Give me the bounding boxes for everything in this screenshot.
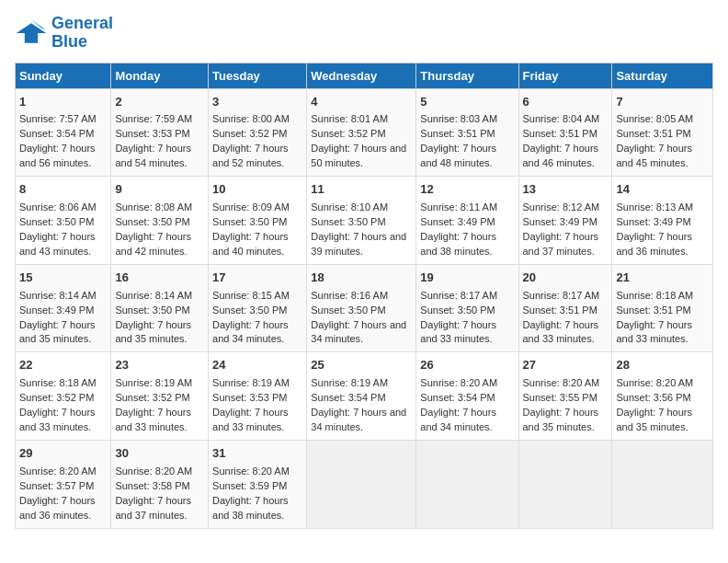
calendar-cell: 20Sunrise: 8:17 AMSunset: 3:51 PMDayligh… — [518, 264, 612, 352]
day-number: 31 — [212, 445, 302, 463]
sunset: Sunset: 3:51 PM — [523, 128, 597, 139]
day-number: 7 — [616, 94, 709, 111]
day-number: 2 — [115, 94, 204, 111]
sunrise: Sunrise: 8:05 AM — [616, 113, 693, 124]
day-number: 23 — [115, 357, 204, 374]
day-number: 27 — [523, 357, 609, 374]
daylight: Daylight: 7 hours and 39 minutes. — [311, 231, 406, 257]
day-number: 22 — [19, 357, 107, 374]
sunrise: Sunrise: 8:01 AM — [311, 113, 388, 124]
week-row-5: 29Sunrise: 8:20 AMSunset: 3:57 PMDayligh… — [16, 440, 713, 528]
day-number: 4 — [311, 94, 412, 111]
calendar-cell: 3Sunrise: 8:00 AMSunset: 3:52 PMDaylight… — [209, 88, 307, 177]
calendar-cell: 16Sunrise: 8:14 AMSunset: 3:50 PMDayligh… — [111, 264, 209, 352]
sunrise: Sunrise: 8:20 AM — [19, 465, 97, 477]
daylight: Daylight: 7 hours and 45 minutes. — [616, 143, 692, 168]
day-number: 29 — [19, 445, 107, 463]
calendar-cell — [307, 440, 416, 528]
header-row: SundayMondayTuesdayWednesdayThursdayFrid… — [16, 63, 713, 88]
sunrise: Sunrise: 7:59 AM — [115, 113, 192, 124]
sunrise: Sunrise: 8:19 AM — [115, 377, 192, 388]
sunset: Sunset: 3:49 PM — [420, 216, 495, 227]
calendar-cell: 7Sunrise: 8:05 AMSunset: 3:51 PMDaylight… — [612, 88, 713, 177]
sunrise: Sunrise: 8:13 AM — [616, 201, 693, 213]
sunset: Sunset: 3:55 PM — [523, 392, 597, 403]
col-header-tuesday: Tuesday — [209, 63, 307, 88]
sunset: Sunset: 3:50 PM — [212, 304, 287, 316]
week-row-4: 22Sunrise: 8:18 AMSunset: 3:52 PMDayligh… — [16, 352, 713, 441]
sunset: Sunset: 3:51 PM — [420, 128, 495, 139]
day-number: 30 — [115, 445, 204, 463]
sunset: Sunset: 3:52 PM — [115, 392, 189, 403]
sunrise: Sunrise: 8:00 AM — [212, 113, 290, 124]
sunrise: Sunrise: 8:19 AM — [212, 377, 290, 388]
daylight: Daylight: 7 hours and 33 minutes. — [523, 319, 599, 345]
calendar-cell: 17Sunrise: 8:15 AMSunset: 3:50 PMDayligh… — [209, 264, 307, 352]
sunset: Sunset: 3:50 PM — [420, 304, 495, 316]
daylight: Daylight: 7 hours and 33 minutes. — [212, 407, 289, 432]
daylight: Daylight: 7 hours and 34 minutes. — [420, 407, 496, 432]
calendar-cell: 1Sunrise: 7:57 AMSunset: 3:54 PMDaylight… — [16, 88, 111, 177]
week-row-3: 15Sunrise: 8:14 AMSunset: 3:49 PMDayligh… — [16, 264, 713, 352]
daylight: Daylight: 7 hours and 46 minutes. — [523, 143, 599, 168]
sunrise: Sunrise: 8:14 AM — [19, 290, 97, 301]
day-number: 25 — [311, 357, 412, 374]
day-number: 6 — [523, 94, 609, 111]
sunrise: Sunrise: 8:12 AM — [523, 201, 600, 213]
sunrise: Sunrise: 8:17 AM — [420, 290, 497, 301]
day-number: 9 — [115, 181, 204, 199]
sunrise: Sunrise: 8:14 AM — [115, 290, 192, 301]
sunrise: Sunrise: 8:17 AM — [523, 290, 600, 301]
sunrise: Sunrise: 8:20 AM — [616, 377, 693, 388]
calendar-cell: 25Sunrise: 8:19 AMSunset: 3:54 PMDayligh… — [307, 352, 416, 441]
calendar-cell: 6Sunrise: 8:04 AMSunset: 3:51 PMDaylight… — [518, 88, 612, 177]
day-number: 13 — [523, 181, 609, 199]
sunset: Sunset: 3:49 PM — [523, 216, 597, 227]
sunrise: Sunrise: 8:03 AM — [420, 113, 497, 124]
sunset: Sunset: 3:54 PM — [420, 392, 495, 403]
day-number: 24 — [212, 357, 302, 374]
sunset: Sunset: 3:50 PM — [311, 304, 385, 316]
daylight: Daylight: 7 hours and 43 minutes. — [19, 231, 96, 257]
col-header-friday: Friday — [518, 63, 612, 88]
sunset: Sunset: 3:50 PM — [115, 304, 189, 316]
day-number: 17 — [212, 270, 302, 287]
calendar-cell: 23Sunrise: 8:19 AMSunset: 3:52 PMDayligh… — [111, 352, 209, 441]
calendar-cell: 9Sunrise: 8:08 AMSunset: 3:50 PMDaylight… — [111, 177, 209, 265]
daylight: Daylight: 7 hours and 35 minutes. — [19, 319, 96, 345]
sunrise: Sunrise: 8:20 AM — [420, 377, 497, 388]
daylight: Daylight: 7 hours and 38 minutes. — [212, 495, 289, 521]
sunrise: Sunrise: 7:57 AM — [19, 113, 97, 124]
col-header-sunday: Sunday — [16, 63, 111, 88]
day-number: 28 — [616, 357, 709, 374]
sunset: Sunset: 3:54 PM — [19, 128, 94, 139]
daylight: Daylight: 7 hours and 36 minutes. — [616, 231, 692, 257]
week-row-1: 1Sunrise: 7:57 AMSunset: 3:54 PMDaylight… — [16, 88, 713, 177]
day-number: 1 — [19, 94, 107, 111]
sunset: Sunset: 3:50 PM — [212, 216, 287, 227]
sunrise: Sunrise: 8:04 AM — [523, 113, 600, 124]
calendar-cell: 11Sunrise: 8:10 AMSunset: 3:50 PMDayligh… — [307, 177, 416, 265]
daylight: Daylight: 7 hours and 56 minutes. — [19, 143, 96, 168]
calendar-cell: 2Sunrise: 7:59 AMSunset: 3:53 PMDaylight… — [111, 88, 209, 177]
col-header-saturday: Saturday — [612, 63, 713, 88]
sunset: Sunset: 3:50 PM — [19, 216, 94, 227]
calendar-cell: 15Sunrise: 8:14 AMSunset: 3:49 PMDayligh… — [16, 264, 111, 352]
day-number: 10 — [212, 181, 302, 199]
calendar-cell: 19Sunrise: 8:17 AMSunset: 3:50 PMDayligh… — [416, 264, 518, 352]
daylight: Daylight: 7 hours and 37 minutes. — [523, 231, 599, 257]
daylight: Daylight: 7 hours and 38 minutes. — [420, 231, 496, 257]
sunrise: Sunrise: 8:20 AM — [212, 465, 290, 477]
sunrise: Sunrise: 8:08 AM — [115, 201, 192, 213]
sunset: Sunset: 3:51 PM — [616, 128, 690, 139]
sunrise: Sunrise: 8:09 AM — [212, 201, 290, 213]
sunrise: Sunrise: 8:11 AM — [420, 201, 497, 213]
day-number: 19 — [420, 270, 514, 287]
calendar-cell: 13Sunrise: 8:12 AMSunset: 3:49 PMDayligh… — [518, 177, 612, 265]
logo-icon — [15, 17, 48, 50]
daylight: Daylight: 7 hours and 40 minutes. — [212, 231, 289, 257]
daylight: Daylight: 7 hours and 36 minutes. — [19, 495, 96, 521]
calendar-cell — [518, 440, 612, 528]
logo: General Blue — [15, 15, 113, 52]
sunset: Sunset: 3:58 PM — [115, 480, 189, 491]
